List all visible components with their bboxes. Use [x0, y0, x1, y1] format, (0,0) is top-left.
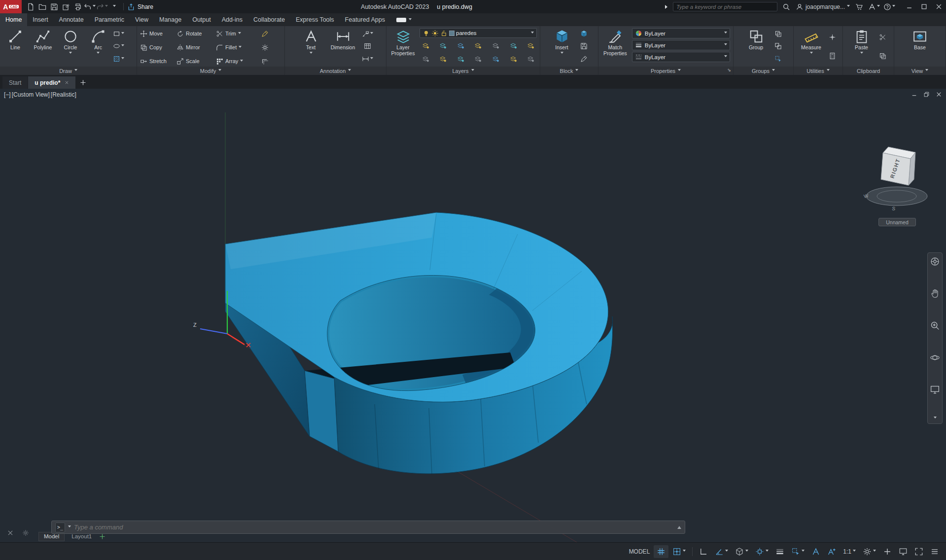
graphics-performance-button[interactable]: [896, 545, 911, 558]
layer-unlock-all-button[interactable]: [525, 39, 537, 51]
customization-menu-button[interactable]: [927, 545, 942, 558]
orbit-button[interactable]: [930, 352, 940, 363]
group-edit-button[interactable]: [772, 40, 784, 52]
tab-annotate[interactable]: Annotate: [54, 13, 89, 26]
viewcube-compass-ring[interactable]: [866, 187, 927, 206]
save-as-button[interactable]: [60, 1, 71, 12]
quick-calc-button[interactable]: [827, 50, 839, 62]
customize-command-line-icon[interactable]: [22, 529, 29, 536]
collapse-search-icon[interactable]: [665, 5, 669, 9]
compass-south-label[interactable]: S: [892, 206, 896, 211]
explode-button[interactable]: [257, 41, 272, 53]
chevron-down-icon[interactable]: [68, 525, 71, 529]
file-tab-active-document[interactable]: u predio*: [28, 76, 75, 89]
navbar-more-button[interactable]: [934, 417, 937, 420]
match-layer-button[interactable]: [437, 53, 449, 65]
array-button[interactable]: Array: [215, 55, 256, 67]
table-button[interactable]: [362, 40, 374, 52]
offset-button[interactable]: [257, 55, 272, 67]
arc-button[interactable]: Arc: [85, 27, 111, 66]
object-snap-toggle[interactable]: [752, 545, 771, 558]
model-space-button[interactable]: MODEL: [626, 545, 653, 558]
search-input[interactable]: [676, 4, 774, 10]
search-button[interactable]: [781, 1, 792, 12]
delete-layer-button[interactable]: [525, 53, 537, 65]
full-navigation-wheel-button[interactable]: [930, 256, 940, 267]
copy-button[interactable]: Copy: [139, 41, 175, 53]
ribbon-display-toggle[interactable]: [396, 13, 412, 26]
viewcube[interactable]: W S RIGHT Unnamed: [860, 137, 934, 226]
move-button[interactable]: Move: [139, 28, 175, 39]
viewport-restore-button[interactable]: [923, 91, 930, 98]
isometric-drafting-toggle[interactable]: [732, 545, 751, 558]
tab-manage[interactable]: Manage: [154, 13, 187, 26]
polar-tracking-toggle[interactable]: [712, 545, 731, 558]
layer-unisolate-button[interactable]: [490, 39, 502, 51]
minimize-button[interactable]: [902, 0, 916, 13]
group-button[interactable]: Group: [743, 27, 770, 66]
panel-title-draw[interactable]: Draw: [0, 67, 137, 75]
match-properties-button[interactable]: Match Properties: [600, 27, 630, 66]
save-button[interactable]: [48, 1, 60, 12]
ortho-toggle[interactable]: [696, 545, 711, 558]
annotation-autoscale-toggle[interactable]: [824, 545, 839, 558]
new-file-button[interactable]: [25, 1, 36, 12]
fillet-button[interactable]: Fillet: [215, 41, 256, 53]
insert-block-button[interactable]: Insert: [549, 27, 575, 66]
block-editor-button[interactable]: [578, 53, 590, 65]
line-button[interactable]: Line: [2, 27, 29, 66]
erase-button[interactable]: [257, 28, 272, 39]
layer-select[interactable]: paredes: [420, 28, 537, 38]
measure-button[interactable]: Measure: [798, 27, 825, 66]
write-block-button[interactable]: [578, 40, 590, 52]
ellipse-button[interactable]: [112, 40, 124, 52]
create-block-button[interactable]: [578, 28, 590, 40]
rectangle-button[interactable]: [112, 28, 124, 40]
viewcube-graphic[interactable]: W S RIGHT: [860, 137, 934, 216]
snap-toggle[interactable]: [669, 545, 689, 558]
tab-addins[interactable]: Add-ins: [216, 13, 248, 26]
autodesk-apps-button[interactable]: [868, 1, 880, 12]
id-point-button[interactable]: [827, 31, 839, 43]
ungroup-button[interactable]: [772, 28, 784, 40]
panel-title-view[interactable]: View: [894, 67, 946, 75]
grid-toggle[interactable]: [654, 545, 668, 558]
layer-freeze-button[interactable]: [455, 39, 466, 51]
redo-button[interactable]: [96, 1, 108, 12]
command-input[interactable]: [74, 524, 674, 531]
app-logo[interactable]: A CAD: [0, 0, 22, 13]
new-drawing-tab-button[interactable]: [76, 76, 90, 89]
lineweight-toggle[interactable]: [772, 545, 787, 558]
panel-title-groups[interactable]: Groups: [734, 67, 793, 75]
close-command-line-icon[interactable]: [7, 529, 14, 536]
account-button[interactable]: joaopmarque...: [796, 3, 850, 11]
command-line-icon[interactable]: >_: [55, 523, 65, 532]
panel-title-properties[interactable]: Properties ⇘: [598, 67, 733, 75]
make-current-button[interactable]: [420, 53, 431, 65]
annotation-scale-button[interactable]: 1:1: [840, 545, 859, 558]
circle-button[interactable]: Circle: [57, 27, 84, 66]
panel-launcher-icon[interactable]: ⇘: [727, 68, 731, 72]
3d-model-canvas[interactable]: Z: [0, 89, 946, 542]
viewcube-ucs-menu[interactable]: Unnamed: [878, 218, 916, 226]
open-file-button[interactable]: [36, 1, 48, 12]
close-tab-icon[interactable]: [65, 80, 69, 85]
hatch-button[interactable]: [112, 53, 124, 65]
undo-button[interactable]: [84, 1, 96, 12]
polyline-button[interactable]: Polyline: [30, 27, 56, 66]
panel-title-annotation[interactable]: Annotation: [285, 67, 386, 75]
previous-layer-button[interactable]: [455, 53, 466, 65]
annotation-monitor-button[interactable]: [880, 545, 895, 558]
pan-button[interactable]: [930, 288, 940, 299]
tab-collaborate[interactable]: Collaborate: [248, 13, 290, 26]
rotate-button[interactable]: Rotate: [175, 28, 214, 39]
panel-title-layers[interactable]: Layers: [386, 67, 540, 75]
plot-button[interactable]: [72, 1, 83, 12]
tab-home[interactable]: Home: [0, 13, 27, 26]
layer-off-button[interactable]: [420, 39, 431, 51]
mirror-button[interactable]: Mirror: [175, 41, 214, 53]
merge-layer-button[interactable]: [507, 53, 519, 65]
layer-lock-button[interactable]: [472, 39, 484, 51]
viewport-close-button[interactable]: [936, 91, 942, 98]
layer-thaw-all-button[interactable]: [507, 39, 519, 51]
